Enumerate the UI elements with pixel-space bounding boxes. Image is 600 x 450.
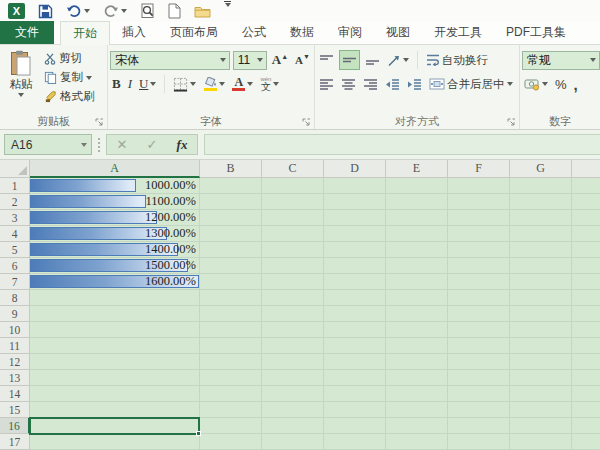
number-format-combo[interactable]: 常规 — [522, 51, 600, 70]
cell-a3[interactable]: 1200.00% — [30, 210, 199, 226]
row-header-9[interactable]: 9 — [0, 306, 30, 322]
open-folder-icon[interactable] — [192, 1, 213, 21]
cell-a2[interactable]: 1100.00% — [30, 194, 199, 210]
bold-button[interactable]: B — [110, 74, 123, 94]
row-header-5[interactable]: 5 — [0, 242, 30, 258]
row-header-17[interactable]: 17 — [0, 434, 30, 450]
cell-a4[interactable]: 1300.00% — [30, 226, 199, 242]
column-header-c[interactable]: C — [262, 160, 324, 178]
clipboard-dialog-launcher-icon[interactable] — [95, 118, 104, 127]
undo-button[interactable] — [64, 1, 92, 21]
ribbon-tab-bar: 文件 开始 插入 页面布局 公式 数据 审阅 视图 开发工具 PDF工具集 — [0, 22, 600, 45]
copy-button[interactable]: 复制 — [44, 69, 105, 86]
tab-insert[interactable]: 插入 — [110, 21, 158, 44]
row-header-4[interactable]: 4 — [0, 226, 30, 242]
tab-page-layout[interactable]: 页面布局 — [158, 21, 230, 44]
new-document-icon[interactable] — [166, 1, 183, 21]
decrease-font-size-button[interactable]: A▼ — [293, 50, 312, 70]
select-all-corner[interactable] — [0, 160, 30, 178]
underline-button[interactable]: U — [137, 74, 158, 94]
align-right-button[interactable] — [361, 74, 380, 94]
row-header-3[interactable]: 3 — [0, 210, 30, 226]
row-header-12[interactable]: 12 — [0, 354, 30, 370]
decrease-indent-button[interactable] — [383, 74, 402, 94]
column-header-h-partial[interactable] — [572, 160, 600, 178]
column-header-g[interactable]: G — [510, 160, 572, 178]
formula-input[interactable] — [204, 134, 600, 155]
column-header-d[interactable]: D — [324, 160, 386, 178]
row-header-6[interactable]: 6 — [0, 258, 30, 274]
row-header-15[interactable]: 15 — [0, 402, 30, 418]
tab-file[interactable]: 文件 — [0, 21, 54, 44]
tab-review[interactable]: 审阅 — [326, 21, 374, 44]
print-preview-icon[interactable] — [138, 1, 157, 21]
align-center-button[interactable] — [339, 74, 358, 94]
wrap-text-button[interactable]: 自动换行 — [424, 50, 490, 70]
insert-function-button[interactable]: fx — [167, 137, 197, 153]
row-header-1[interactable]: 1 — [0, 178, 30, 194]
font-color-button[interactable]: A — [230, 74, 255, 94]
font-name-combo[interactable]: 宋体 — [110, 51, 230, 70]
cell-value: 1100.00% — [145, 194, 196, 209]
format-painter-button[interactable]: 格式刷 — [44, 88, 105, 105]
tab-pdf-tools[interactable]: PDF工具集 — [494, 21, 578, 44]
merge-center-button[interactable]: 合并后居中 — [427, 74, 515, 94]
alignment-dialog-launcher-icon[interactable] — [507, 118, 516, 127]
paste-dropdown-icon[interactable] — [18, 93, 24, 97]
fill-handle[interactable] — [196, 431, 201, 436]
align-top-button[interactable] — [317, 50, 336, 70]
name-box[interactable]: A16 — [4, 134, 92, 155]
cancel-button[interactable]: ✕ — [107, 137, 137, 152]
align-left-button[interactable] — [317, 74, 336, 94]
row-header-13[interactable]: 13 — [0, 370, 30, 386]
format-painter-icon — [44, 90, 57, 103]
row-header-7[interactable]: 7 — [0, 274, 30, 290]
cell-a6[interactable]: 1500.00% — [30, 258, 199, 274]
italic-button[interactable]: I — [126, 74, 134, 94]
fill-color-button[interactable] — [201, 74, 227, 94]
increase-indent-button[interactable] — [405, 74, 424, 94]
cell-a5[interactable]: 1400.00% — [30, 242, 199, 258]
save-icon[interactable] — [36, 1, 55, 21]
cell-grid[interactable]: 1000.00% 1100.00% 1200.00% 1300.00% 1400… — [30, 178, 600, 450]
row-header-8[interactable]: 8 — [0, 290, 30, 306]
comma-style-button[interactable]: , — [572, 74, 580, 94]
font-dialog-launcher-icon[interactable] — [302, 118, 311, 127]
scissors-icon — [44, 53, 56, 65]
redo-button[interactable] — [101, 1, 129, 21]
cell-a7[interactable]: 1600.00% — [30, 274, 199, 290]
column-header-a[interactable]: A — [30, 160, 200, 178]
tab-data[interactable]: 数据 — [278, 21, 326, 44]
cell-a1[interactable]: 1000.00% — [30, 178, 199, 194]
row-header-16[interactable]: 16 — [0, 418, 30, 434]
tab-home[interactable]: 开始 — [60, 21, 110, 45]
tab-developer[interactable]: 开发工具 — [422, 21, 494, 44]
phonetic-guide-button[interactable]: wén 文 — [258, 74, 281, 94]
font-size-combo[interactable]: 11 — [233, 51, 267, 70]
tab-formulas[interactable]: 公式 — [230, 21, 278, 44]
enter-button[interactable]: ✓ — [137, 137, 167, 152]
percent-style-button[interactable]: % — [553, 74, 569, 94]
row-header-10[interactable]: 10 — [0, 322, 30, 338]
cut-button[interactable]: 剪切 — [44, 50, 105, 67]
tab-view[interactable]: 视图 — [374, 21, 422, 44]
name-box-dropdown-icon[interactable] — [81, 143, 87, 147]
undo-dropdown-icon[interactable] — [84, 9, 90, 13]
row-header-14[interactable]: 14 — [0, 386, 30, 402]
column-header-e[interactable]: E — [386, 160, 448, 178]
row-header-11[interactable]: 11 — [0, 338, 30, 354]
align-bottom-button[interactable] — [363, 50, 382, 70]
borders-button[interactable] — [171, 74, 198, 94]
column-header-b[interactable]: B — [200, 160, 262, 178]
increase-font-size-button[interactable]: A▲ — [270, 50, 290, 70]
column-header-f[interactable]: F — [448, 160, 510, 178]
align-middle-button[interactable] — [339, 50, 360, 70]
paste-button[interactable]: 粘贴 — [2, 48, 40, 97]
redo-dropdown-icon[interactable] — [121, 9, 127, 13]
worksheet[interactable]: A B C D E F G 1 2 3 4 5 6 7 8 9 10 11 12… — [0, 160, 600, 450]
accounting-format-button[interactable] — [522, 74, 550, 94]
orientation-button[interactable] — [385, 50, 411, 70]
copy-dropdown-icon[interactable] — [86, 76, 92, 80]
customize-quick-access-icon[interactable] — [222, 1, 233, 21]
row-header-2[interactable]: 2 — [0, 194, 30, 210]
